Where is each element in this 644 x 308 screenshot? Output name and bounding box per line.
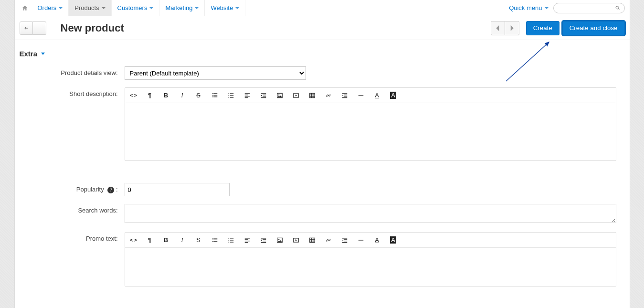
row-search-words: Search words: — [15, 200, 630, 228]
label-text: Popularity — [76, 186, 104, 193]
page-header: New product Create Create and close — [15, 16, 630, 40]
section-title-text: Extra — [20, 50, 38, 58]
label-details-view: Product details view: — [20, 66, 125, 76]
strike-icon[interactable]: S — [195, 236, 202, 244]
table-icon[interactable] — [308, 92, 316, 99]
caret-down-icon — [195, 7, 199, 9]
nav-label: Marketing — [165, 4, 192, 11]
caret-down-icon — [235, 7, 239, 9]
nav-label: Products — [74, 4, 99, 11]
row-popularity: Popularity ? : — [15, 179, 630, 200]
create-and-close-button[interactable]: Create and close — [562, 21, 625, 35]
svg-rect-11 — [309, 93, 315, 97]
svg-rect-5 — [230, 95, 233, 96]
promo-text-editor: <> ¶ B I S — [125, 232, 616, 287]
rte-toolbar: <> ¶ B I S — [125, 233, 616, 248]
row-promo-text: Promo text: <> ¶ B I S — [15, 228, 630, 290]
create-button[interactable]: Create — [526, 21, 560, 35]
unordered-list-icon[interactable] — [227, 92, 235, 99]
bg-color-icon[interactable]: A — [390, 236, 397, 244]
hr-icon[interactable] — [357, 92, 365, 99]
nav-customers[interactable]: Customers — [112, 0, 160, 16]
indent-icon[interactable] — [260, 92, 267, 99]
back-dropdown-button[interactable] — [33, 21, 46, 35]
row-details-view: Product details view: Parent (Default te… — [15, 63, 630, 84]
nav-orders[interactable]: Orders — [32, 0, 69, 16]
image-icon[interactable] — [276, 92, 284, 99]
nav-label: Customers — [117, 4, 148, 11]
help-icon[interactable]: ? — [107, 187, 114, 193]
svg-point-19 — [228, 240, 229, 241]
nav-label: Website — [211, 4, 233, 11]
caret-down-icon — [41, 53, 45, 55]
label-short-description: Short description: — [20, 87, 125, 97]
rte-toolbar: <> ¶ B I S — [125, 88, 616, 103]
svg-rect-31 — [358, 240, 363, 240]
video-icon[interactable] — [292, 92, 300, 99]
caret-down-icon — [102, 7, 106, 9]
caret-down-icon — [59, 7, 63, 9]
quick-menu[interactable]: Quick menu — [509, 4, 548, 11]
code-view-icon[interactable]: <> — [130, 236, 137, 244]
row-short-description: Short description: <> ¶ B I S — [15, 84, 630, 165]
prev-button[interactable] — [491, 21, 505, 35]
outdent-icon[interactable] — [341, 92, 348, 99]
bg-color-icon[interactable]: A — [390, 92, 397, 99]
short-description-body[interactable] — [125, 103, 616, 160]
nav-website[interactable]: Website — [205, 0, 245, 16]
search-icon — [615, 5, 621, 11]
nav-products[interactable]: Products — [69, 0, 111, 16]
back-button[interactable] — [20, 21, 33, 35]
paragraph-icon[interactable]: ¶ — [146, 92, 154, 99]
page-title: New product — [61, 22, 124, 34]
hr-icon[interactable] — [357, 236, 365, 244]
video-icon[interactable] — [292, 236, 300, 244]
align-left-icon[interactable] — [243, 92, 251, 99]
next-button[interactable] — [505, 21, 519, 35]
svg-point-0 — [616, 6, 619, 9]
bold-icon[interactable]: B — [162, 236, 170, 244]
svg-rect-16 — [358, 95, 363, 96]
popularity-input[interactable] — [125, 183, 230, 196]
content-area: Extra Product details view: Parent (Defa… — [15, 40, 630, 305]
search-input[interactable] — [553, 3, 625, 13]
home-icon[interactable] — [18, 0, 32, 16]
italic-icon[interactable]: I — [179, 92, 186, 99]
svg-rect-18 — [230, 238, 233, 238]
pager-arrows — [491, 21, 519, 35]
caret-down-icon — [149, 7, 153, 9]
ordered-list-icon[interactable] — [211, 236, 219, 244]
section-extra[interactable]: Extra — [15, 45, 630, 63]
search-words-input[interactable] — [125, 204, 616, 223]
ordered-list-icon[interactable] — [211, 92, 219, 99]
paragraph-icon[interactable]: ¶ — [146, 236, 154, 244]
svg-line-1 — [618, 9, 620, 10]
unordered-list-icon[interactable] — [227, 236, 235, 244]
promo-text-body[interactable] — [125, 248, 616, 286]
svg-point-21 — [228, 242, 229, 243]
bold-icon[interactable]: B — [162, 92, 170, 99]
outdent-icon[interactable] — [341, 236, 348, 244]
table-icon[interactable] — [308, 236, 316, 244]
top-nav: Orders Products Customers Marketing Webs… — [15, 0, 630, 16]
align-left-icon[interactable] — [243, 236, 251, 244]
details-view-select[interactable]: Parent (Default template) — [125, 66, 306, 80]
svg-rect-3 — [230, 93, 233, 94]
svg-rect-7 — [230, 97, 233, 97]
text-color-icon[interactable]: A — [373, 236, 381, 244]
italic-icon[interactable]: I — [179, 236, 186, 244]
short-description-editor: <> ¶ B I S — [125, 87, 616, 161]
link-icon[interactable] — [325, 92, 332, 99]
quick-menu-label: Quick menu — [509, 4, 542, 11]
nav-marketing[interactable]: Marketing — [159, 0, 205, 16]
svg-point-4 — [228, 95, 229, 96]
text-color-icon[interactable]: A — [373, 92, 381, 99]
link-icon[interactable] — [325, 236, 332, 244]
label-popularity: Popularity ? : — [20, 183, 125, 193]
indent-icon[interactable] — [260, 236, 267, 244]
strike-icon[interactable]: S — [195, 92, 202, 99]
nav-label: Orders — [38, 4, 57, 11]
back-button-group — [20, 21, 46, 35]
image-icon[interactable] — [276, 236, 284, 244]
code-view-icon[interactable]: <> — [130, 92, 137, 99]
